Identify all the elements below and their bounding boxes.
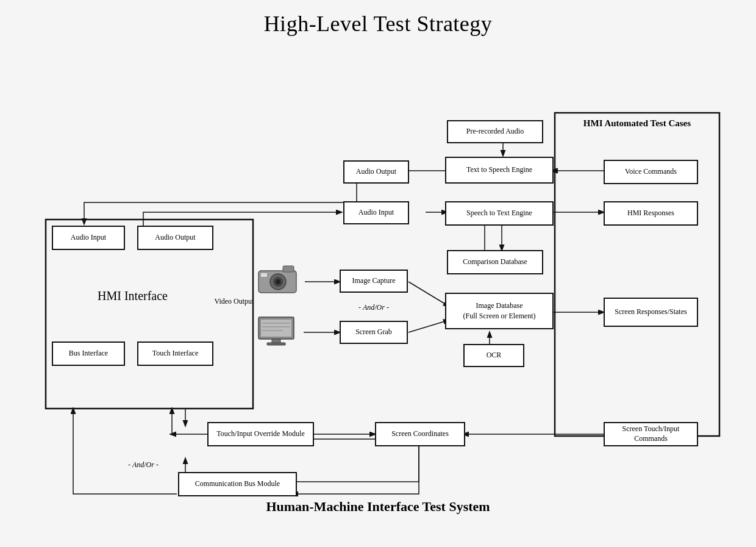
audio-input-main-box: Audio Input — [343, 201, 409, 224]
pre-recorded-box: Pre-recorded Audio — [447, 120, 543, 143]
voice-commands-label: Voice Commands — [625, 167, 677, 177]
comm-bus-box: Communication Bus Module — [178, 472, 297, 496]
page-title: High-Level Test Strategy — [264, 11, 493, 37]
image-capture-box: Image Capture — [340, 270, 408, 293]
svg-rect-26 — [261, 273, 267, 277]
svg-rect-28 — [261, 320, 291, 337]
screen-grab-label: Screen Grab — [355, 327, 392, 337]
hmi-audio-output-box: Audio Output — [137, 226, 213, 250]
image-database-box: Image Database (Full Screen or Element) — [445, 293, 554, 329]
svg-point-24 — [276, 279, 280, 284]
stt-engine-box: Speech to Text Engine — [445, 201, 554, 226]
tts-engine-box: Text to Speech Engine — [445, 157, 554, 184]
comparison-db-box: Comparison Database — [447, 250, 543, 274]
comparison-db-label: Comparison Database — [463, 257, 527, 267]
screen-touch-cmds-box: Screen Touch/Input Commands — [604, 422, 698, 446]
pre-recorded-label: Pre-recorded Audio — [466, 127, 524, 137]
screen-touch-cmds-label: Screen Touch/Input Commands — [608, 424, 693, 443]
hmi-touch-interface-box: Touch Interface — [137, 341, 213, 366]
audio-output-main-label: Audio Output — [356, 167, 396, 177]
and-or-1-label: - And/Or - — [358, 303, 389, 312]
screen-grab-box: Screen Grab — [340, 321, 408, 344]
ocr-label: OCR — [487, 351, 502, 360]
image-capture-label: Image Capture — [352, 276, 396, 286]
audio-output-main-box: Audio Output — [343, 160, 409, 184]
and-or-2-label: - And/Or - — [128, 460, 159, 470]
svg-rect-33 — [267, 343, 285, 345]
screen-coordinates-box: Screen Coordinates — [375, 422, 465, 446]
hmi-audio-input-label: Audio Input — [71, 233, 106, 243]
stt-engine-label: Speech to Text Engine — [466, 209, 532, 218]
tts-engine-label: Text to Speech Engine — [466, 165, 532, 175]
hmi-audio-input-box: Audio Input — [52, 226, 125, 250]
camera-icon — [256, 262, 300, 296]
video-output-label: Video Output — [215, 297, 254, 307]
hmi-responses-label: HMI Responses — [627, 209, 674, 218]
touch-override-box: Touch/Input Override Module — [207, 422, 314, 446]
screen-responses-box: Screen Responses/States — [604, 298, 698, 327]
hmi-responses-box: HMI Responses — [604, 201, 698, 226]
monitor-device-icon — [256, 316, 300, 346]
screen-responses-label: Screen Responses/States — [615, 307, 686, 317]
voice-commands-box: Voice Commands — [604, 160, 698, 184]
hmi-automated-label: HMI Automated Test Cases — [583, 118, 691, 128]
bus-interface-label: Bus Interface — [69, 349, 108, 359]
comm-bus-label: Communication Bus Module — [195, 479, 280, 489]
screen-coordinates-label: Screen Coordinates — [391, 429, 449, 439]
hmi-audio-output-label: Audio Output — [155, 233, 195, 243]
svg-line-11 — [408, 320, 449, 332]
touch-interface-label: Touch Interface — [152, 349, 198, 359]
hmi-bus-interface-box: Bus Interface — [52, 341, 125, 366]
image-database-label: Image Database (Full Screen or Element) — [463, 301, 536, 321]
ocr-box: OCR — [463, 344, 524, 367]
svg-rect-25 — [283, 266, 294, 272]
svg-line-10 — [408, 282, 449, 306]
hmi-interface-label: HMI Interface — [98, 289, 168, 303]
touch-override-label: Touch/Input Override Module — [216, 429, 304, 439]
audio-input-main-label: Audio Input — [358, 208, 394, 218]
diagram-area: Audio Input Audio Output HMI Interface V… — [18, 43, 738, 494]
footer-title: Human-Machine Interface Test System — [266, 499, 490, 515]
